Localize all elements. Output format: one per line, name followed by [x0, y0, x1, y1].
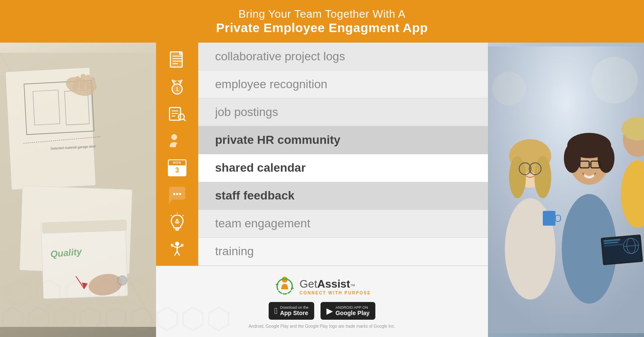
- google-play-bottom-label: Google Play: [335, 310, 369, 316]
- chat-icon: [164, 182, 190, 208]
- right-photo-bg: [488, 43, 644, 337]
- feature-label-training: training: [215, 245, 254, 258]
- svg-line-57: [175, 251, 177, 256]
- feature-label-staff-feedback: staff feedback: [215, 189, 294, 202]
- medal-icon: 1: [164, 74, 190, 99]
- apple-icon: : [275, 306, 278, 316]
- calendar-date: 3: [169, 165, 186, 175]
- training-icon: [164, 236, 190, 262]
- store-buttons:  Download on the App Store ▶ ANDROID AP…: [269, 302, 376, 320]
- feature-row-job-postings: job postings: [198, 98, 488, 126]
- calendar-icon: MON 3: [164, 155, 190, 181]
- feature-row-collaborative: collaborative project logs: [198, 43, 488, 70]
- search-document-icon: [164, 101, 190, 126]
- header-line1: Bring Your Team Together With A: [4, 8, 640, 21]
- feature-row-team-engagement: team engagement: [198, 210, 488, 238]
- icon-column: 1: [156, 43, 198, 266]
- svg-point-68: [509, 156, 526, 198]
- feature-row-employee-recognition: employee recognition: [198, 70, 488, 98]
- svg-point-46: [179, 193, 181, 195]
- svg-point-79: [598, 143, 614, 173]
- svg-line-41: [183, 119, 185, 121]
- svg-point-43: [178, 134, 183, 140]
- svg-point-78: [564, 143, 581, 173]
- svg-text:⬡⬡⬡⬡⬡⬡: ⬡⬡⬡⬡⬡⬡: [4, 274, 156, 311]
- svg-point-53: [175, 242, 179, 246]
- logo-icon: [273, 275, 296, 298]
- svg-text:⬡⬡⬡⬡⬡⬡⬡⬡⬡: ⬡⬡⬡⬡⬡⬡⬡⬡⬡: [156, 302, 232, 335]
- google-play-icon: ▶: [326, 306, 333, 316]
- google-play-top-label: ANDROID APP ON: [335, 305, 369, 310]
- svg-line-51: [171, 215, 172, 216]
- brand-name-part1: Get: [299, 278, 317, 291]
- google-play-button[interactable]: ▶ ANDROID APP ON Google Play: [321, 302, 375, 320]
- page-header: Bring Your Team Together With A Private …: [0, 0, 644, 43]
- svg-marker-62: [291, 286, 294, 289]
- lightbulb-icon: [164, 209, 190, 235]
- feature-list: collaborative project logs employee reco…: [198, 43, 488, 266]
- svg-point-44: [173, 193, 175, 195]
- brand-logo: GetAssist™ CONNECT WITH PURPOSE: [273, 275, 371, 298]
- feature-label-collaborative: collaborative project logs: [215, 50, 345, 63]
- svg-rect-73: [543, 211, 555, 226]
- feature-row-shared-calendar: shared calendar: [198, 154, 488, 182]
- svg-point-69: [534, 156, 551, 198]
- feature-label-employee-recognition: employee recognition: [215, 78, 327, 91]
- apple-store-top-label: Download on the: [280, 305, 309, 310]
- svg-line-58: [177, 251, 180, 256]
- feature-label-private-hr: private HR community: [215, 133, 340, 147]
- svg-point-42: [171, 134, 177, 140]
- brand-name-part2: Assist: [317, 278, 350, 291]
- main-content: Selected material garage door Quality: [0, 43, 644, 337]
- svg-point-96: [551, 84, 577, 110]
- feature-label-team-engagement: team engagement: [215, 217, 310, 230]
- svg-point-52: [176, 218, 178, 221]
- feature-row-training: training: [198, 238, 488, 266]
- hex-pattern: ⬡⬡⬡⬡⬡⬡: [0, 43, 156, 317]
- feature-label-shared-calendar: shared calendar: [215, 161, 306, 175]
- brand-text: GetAssist™ CONNECT WITH PURPOSE: [299, 278, 371, 295]
- feature-label-job-postings: job postings: [215, 105, 278, 119]
- svg-point-94: [492, 72, 526, 105]
- brand-trademark: ™: [350, 283, 355, 289]
- svg-text:1: 1: [176, 86, 179, 92]
- header-line2: Private Employee Engagment App: [4, 21, 640, 35]
- apple-store-bottom-label: App Store: [280, 310, 309, 316]
- svg-marker-61: [275, 284, 279, 286]
- feature-row-private-hr: private HR community: [198, 126, 488, 154]
- left-photo: Selected material garage door Quality: [0, 43, 156, 337]
- document-icon: [164, 47, 190, 72]
- bottom-section: ⬡⬡⬡⬡⬡⬡⬡⬡⬡ GetAssist™: [156, 266, 488, 337]
- calendar-day: MON: [169, 160, 186, 165]
- right-photo: [488, 43, 644, 337]
- features-section: 1: [156, 43, 488, 266]
- brand-tagline: CONNECT WITH PURPOSE: [299, 291, 371, 295]
- center-panel: 1: [156, 43, 488, 337]
- apple-store-button[interactable]:  Download on the App Store: [269, 302, 315, 320]
- svg-line-50: [183, 215, 183, 216]
- svg-point-95: [591, 57, 638, 103]
- disclaimer-text: Android, Google Play and the Google Play…: [249, 324, 395, 329]
- feature-row-staff-feedback: staff feedback: [198, 182, 488, 210]
- svg-point-45: [176, 193, 178, 195]
- people-icon: [164, 128, 190, 153]
